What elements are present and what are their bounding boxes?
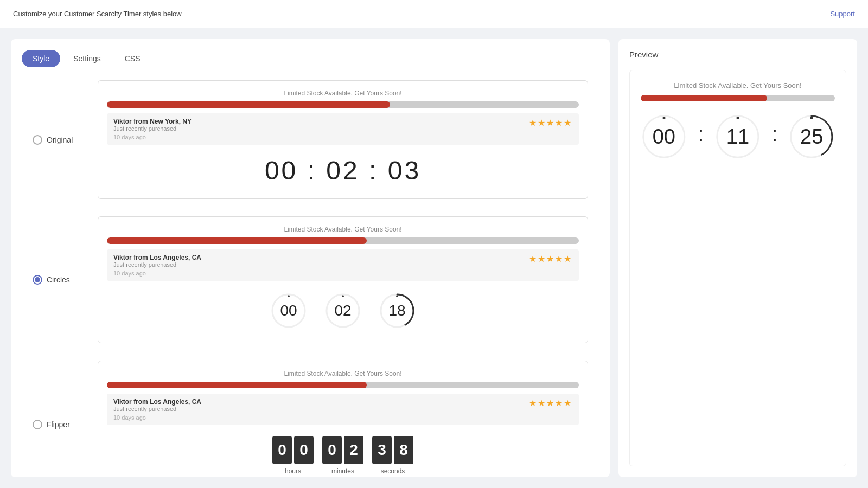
circles-reviewer-name: Viktor from Los Angeles, CA xyxy=(113,254,201,261)
flipper-m2: 2 xyxy=(344,436,363,464)
flipper-hours-digits: 0 0 xyxy=(272,436,314,464)
flipper-s2: 8 xyxy=(394,436,413,464)
style-options: Original Limited Stock Available. Get Yo… xyxy=(22,80,599,477)
tabs: Style Settings CSS xyxy=(22,50,599,67)
flipper-stars: ★★★★★ xyxy=(529,398,572,408)
top-bar: Customize your Customer Scarcity Timer s… xyxy=(0,0,868,28)
circles-review-info: Viktor from Los Angeles, CA Just recentl… xyxy=(113,254,201,277)
preview-circle-minutes: 11 xyxy=(714,112,761,161)
flipper-review-info: Viktor from Los Angeles, CA Just recentl… xyxy=(113,398,201,421)
circles-progress-fill xyxy=(107,237,367,244)
radio-label-circles: Circles xyxy=(47,275,70,284)
flipper-seconds-label: seconds xyxy=(381,467,405,475)
flipper-review-time: 10 days ago xyxy=(113,414,201,421)
style-card-circles: Limited Stock Available. Get Yours Soon!… xyxy=(98,216,588,343)
style-card-flipper: Limited Stock Available. Get Yours Soon!… xyxy=(98,361,588,477)
flipper-progress-bar xyxy=(107,382,579,388)
circles-card-message: Limited Stock Available. Get Yours Soon! xyxy=(107,226,579,233)
flipper-hours-label: hours xyxy=(285,467,301,475)
circles-stars: ★★★★★ xyxy=(529,254,572,264)
preview-circles-timer: 00 : 11 : xyxy=(641,112,835,161)
original-progress-bar xyxy=(107,101,579,108)
original-timer: 00 : 02 : 03 xyxy=(107,151,579,190)
flipper-review-subtitle: Just recently purchased xyxy=(113,406,201,412)
radio-btn-circles[interactable] xyxy=(33,275,42,285)
support-link[interactable]: Support xyxy=(830,10,855,18)
circle-seconds: 18 xyxy=(378,292,416,330)
circle-minutes: 02 xyxy=(324,292,362,330)
radio-wrapper-flipper[interactable]: Flipper xyxy=(33,420,87,429)
radio-label-flipper: Flipper xyxy=(47,420,70,429)
circles-progress-bar xyxy=(107,237,579,244)
flipper-minutes-label: minutes xyxy=(331,467,354,475)
original-card-message: Limited Stock Available. Get Yours Soon! xyxy=(107,89,579,97)
circle-minutes-number: 02 xyxy=(334,302,351,319)
tab-settings[interactable]: Settings xyxy=(62,50,112,67)
circle-hours-number: 00 xyxy=(280,302,297,319)
radio-wrapper-original[interactable]: Original xyxy=(33,135,87,145)
preview-colon-2: : xyxy=(772,123,778,151)
circle-seconds-number: 18 xyxy=(388,302,405,319)
flipper-s1: 3 xyxy=(372,436,392,464)
right-panel: Preview Limited Stock Available. Get You… xyxy=(618,39,857,477)
original-reviewer-name: Viktor from New York, NY xyxy=(113,118,192,125)
preview-progress-fill xyxy=(641,95,767,101)
radio-btn-flipper[interactable] xyxy=(33,420,42,429)
style-option-circles: Circles Limited Stock Available. Get You… xyxy=(33,216,588,343)
main-layout: Style Settings CSS Original Limited Stoc… xyxy=(0,28,868,488)
top-bar-title: Customize your Customer Scarcity Timer s… xyxy=(13,10,182,18)
original-review-info: Viktor from New York, NY Just recently p… xyxy=(113,118,192,140)
preview-circle-seconds: 25 xyxy=(788,112,835,161)
flipper-m1: 0 xyxy=(322,436,342,464)
radio-label-original: Original xyxy=(47,136,73,144)
radio-wrapper-circles[interactable]: Circles xyxy=(33,275,87,285)
style-option-flipper: Flipper Limited Stock Available. Get You… xyxy=(33,361,588,477)
left-panel: Style Settings CSS Original Limited Stoc… xyxy=(11,39,610,477)
flipper-seconds-digits: 3 8 xyxy=(372,436,413,464)
flipper-progress-fill xyxy=(107,382,367,388)
preview-seconds-number: 25 xyxy=(800,125,823,149)
original-progress-fill xyxy=(107,101,390,108)
original-review-subtitle: Just recently purchased xyxy=(113,125,192,132)
circles-review-row: Viktor from Los Angeles, CA Just recentl… xyxy=(107,249,579,281)
radio-btn-original[interactable] xyxy=(33,135,42,145)
preview-circle-hours: 00 xyxy=(641,112,687,161)
flipper-reviewer-name: Viktor from Los Angeles, CA xyxy=(113,398,201,406)
preview-content: Limited Stock Available. Get Yours Soon!… xyxy=(629,70,846,466)
flipper-review-row: Viktor from Los Angeles, CA Just recentl… xyxy=(107,394,579,425)
flipper-minutes-group: 0 2 minutes xyxy=(322,436,363,475)
flipper-seconds-group: 3 8 seconds xyxy=(372,436,413,475)
flipper-timer: 0 0 hours 0 2 minutes xyxy=(107,432,579,477)
preview-hours-number: 00 xyxy=(653,125,675,149)
preview-message: Limited Stock Available. Get Yours Soon! xyxy=(641,81,835,89)
circles-review-time: 10 days ago xyxy=(113,270,201,277)
original-timer-display: 00 : 02 : 03 xyxy=(265,156,421,185)
preview-progress-bar xyxy=(641,95,835,101)
flipper-card-message: Limited Stock Available. Get Yours Soon! xyxy=(107,370,579,377)
circles-timer: 00 02 xyxy=(107,287,579,334)
flipper-hours-group: 0 0 hours xyxy=(272,436,314,475)
circles-review-subtitle: Just recently purchased xyxy=(113,261,201,268)
flipper-h2: 0 xyxy=(294,436,314,464)
tab-style[interactable]: Style xyxy=(22,50,60,67)
preview-minutes-number: 11 xyxy=(726,125,749,149)
style-card-original: Limited Stock Available. Get Yours Soon!… xyxy=(98,80,588,199)
original-review-row: Viktor from New York, NY Just recently p… xyxy=(107,113,579,145)
style-option-original: Original Limited Stock Available. Get Yo… xyxy=(33,80,588,199)
flipper-minutes-digits: 0 2 xyxy=(322,436,363,464)
tab-css[interactable]: CSS xyxy=(114,50,151,67)
original-stars: ★★★★★ xyxy=(529,118,572,128)
flipper-h1: 0 xyxy=(272,436,292,464)
circle-hours: 00 xyxy=(270,292,308,330)
preview-colon-1: : xyxy=(698,123,704,151)
original-review-time: 10 days ago xyxy=(113,134,192,140)
preview-title: Preview xyxy=(629,50,846,59)
